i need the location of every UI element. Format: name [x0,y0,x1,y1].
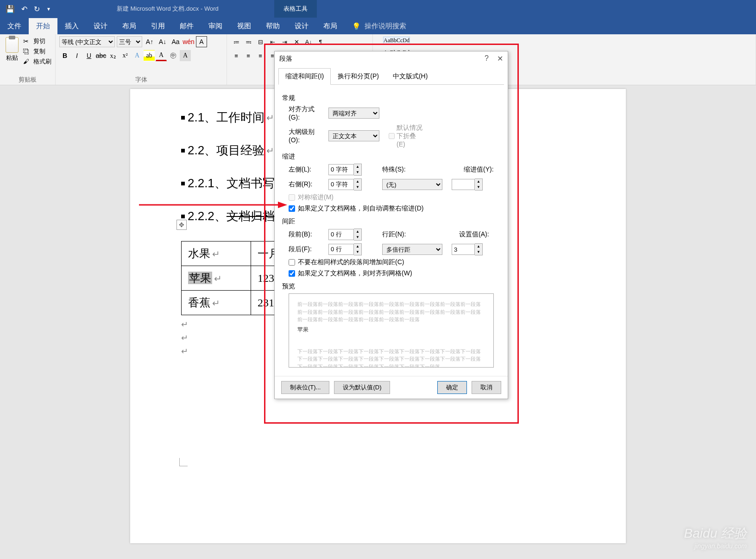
save-icon[interactable]: 💾 [6,5,15,13]
undo-icon[interactable]: ↶ [21,5,27,13]
snap-to-grid-checkbox[interactable] [289,270,295,277]
spin-down-icon[interactable]: ▼ [354,170,361,175]
preview-section: 预览 [282,282,500,291]
shrink-font-icon[interactable]: A↓ [157,36,168,47]
indent-left-input[interactable] [328,164,354,175]
no-space-same-style-checkbox[interactable] [289,259,295,266]
spin-up-icon[interactable]: ▲ [354,244,361,249]
font-group: 等线 (中文正文 三号 A↑ A↓ Aa wén A B I U abc x₂ … [56,34,227,85]
tab-review[interactable]: 审阅 [201,18,230,34]
tab-view[interactable]: 视图 [230,18,258,34]
phonetic-guide-icon[interactable]: wén [183,36,194,47]
tab-home[interactable]: 开始 [29,18,57,34]
qat-more-icon[interactable]: ▼ [46,6,51,12]
table-move-handle[interactable]: ✥ [176,220,187,230]
underline-icon[interactable]: U [83,50,94,61]
char-shading-icon[interactable]: A [180,50,191,61]
tell-me-search[interactable]: 💡 操作说明搜索 [345,18,414,34]
font-color-icon[interactable]: A [156,50,167,61]
close-icon[interactable]: ✕ [497,54,503,63]
spin-down-icon[interactable]: ▼ [475,249,482,255]
align-right-icon[interactable]: ≡ [255,50,266,61]
spin-up-icon[interactable]: ▲ [354,179,361,184]
align-center-icon[interactable]: ≡ [243,50,254,61]
at-input[interactable] [452,244,475,255]
table-cell[interactable]: 苹果↵ [182,266,251,291]
paste-button[interactable]: 粘贴 [4,36,20,66]
font-name-select[interactable]: 等线 (中文正文 [59,36,115,47]
bullet-icon [181,116,185,120]
subscript-icon[interactable]: x₂ [107,50,119,61]
table-cell[interactable]: 水果↵ [182,241,251,266]
text-effects-icon[interactable]: A [132,50,143,61]
outline-label: 大纲级别(O): [289,128,324,144]
spin-up-icon[interactable]: ▲ [354,164,361,170]
format-painter-button[interactable]: 格式刷 [23,57,51,66]
set-default-button[interactable]: 设为默认值(D) [334,381,390,394]
paragraph-mark-icon: ↵ [266,145,274,156]
outline-select[interactable]: 正文文本 [328,130,379,141]
spin-up-icon[interactable]: ▲ [354,229,361,235]
indent-right-input[interactable] [328,179,354,190]
character-border-icon[interactable]: A [196,36,207,47]
dialog-tabs: 缩进和间距(I) 换行和分页(P) 中文版式(H) [278,68,504,85]
preview-box: 前一段落前一段落前一段落前一段落前一段落前一段落前一段落前一段落前一段落前一段落… [289,293,494,368]
dlg-tab-pagination[interactable]: 换行和分页(P) [331,68,386,85]
by-input[interactable] [452,179,475,190]
spin-up-icon[interactable]: ▲ [475,244,482,249]
redo-icon[interactable]: ↻ [34,5,40,13]
style-item[interactable]: AaBbCcDd [377,36,416,47]
spin-down-icon[interactable]: ▼ [354,235,361,240]
sort-icon[interactable]: A↓ [303,36,314,47]
line-spacing-select[interactable]: 多倍行距 [382,244,442,255]
numbering-icon[interactable]: ≕ [243,36,254,47]
tab-insert[interactable]: 插入 [57,18,86,34]
tab-table-layout[interactable]: 布局 [316,18,345,34]
cut-button[interactable]: 剪切 [23,37,51,45]
strikethrough-icon[interactable]: abc [95,50,107,61]
enclose-char-icon[interactable]: ㊥ [168,50,179,61]
decrease-indent-icon[interactable]: ⇤ [267,36,278,47]
align-left-icon[interactable]: ≡ [231,50,242,61]
after-input[interactable] [328,244,354,255]
spin-down-icon[interactable]: ▼ [354,184,361,190]
ok-button[interactable]: 确定 [437,381,467,394]
font-size-select[interactable]: 三号 [117,36,142,47]
special-select[interactable]: (无) [382,179,442,190]
change-case-icon[interactable]: Aa [170,36,181,47]
increase-indent-icon[interactable]: ⇥ [279,36,290,47]
before-input[interactable] [328,229,354,240]
tab-file[interactable]: 文件 [0,18,29,34]
help-icon[interactable]: ? [485,54,489,63]
tab-help[interactable]: 帮助 [258,18,287,34]
tab-table-design[interactable]: 设计 [287,18,316,34]
multilevel-icon[interactable]: ⊟ [255,36,266,47]
spin-up-icon[interactable]: ▲ [475,179,482,184]
tab-layout[interactable]: 布局 [115,18,144,34]
italic-icon[interactable]: I [71,50,82,61]
asian-layout-icon[interactable]: ✕ [291,36,302,47]
copy-button[interactable]: 复制 [23,47,51,56]
bullet-icon [181,215,185,218]
alignment-select[interactable]: 两端对齐 [328,108,379,119]
tab-references[interactable]: 引用 [144,18,172,34]
bullets-icon[interactable]: ≔ [231,36,242,47]
cancel-button[interactable]: 取消 [472,381,501,394]
quick-access-toolbar: 💾 ↶ ↻ ▼ [0,5,57,13]
table-cell[interactable]: 香蕉↵ [182,291,251,315]
dlg-tab-asian[interactable]: 中文版式(H) [386,68,435,85]
superscript-icon[interactable]: x² [120,50,131,61]
spin-down-icon[interactable]: ▼ [475,184,482,190]
dlg-tab-indent[interactable]: 缩进和间距(I) [278,68,331,85]
spin-down-icon[interactable]: ▼ [354,249,361,255]
grow-font-icon[interactable]: A↑ [144,36,155,47]
tab-mailings[interactable]: 邮件 [172,18,201,34]
mirror-indent-checkbox [289,194,295,201]
highlight-icon[interactable]: ab [144,50,155,61]
show-marks-icon[interactable]: ¶ [315,36,326,47]
page-corner-mark [179,458,188,466]
auto-adjust-indent-checkbox[interactable] [289,205,295,212]
tabs-button[interactable]: 制表位(T)... [281,381,329,394]
tab-design[interactable]: 设计 [86,18,115,34]
bold-icon[interactable]: B [59,50,70,61]
